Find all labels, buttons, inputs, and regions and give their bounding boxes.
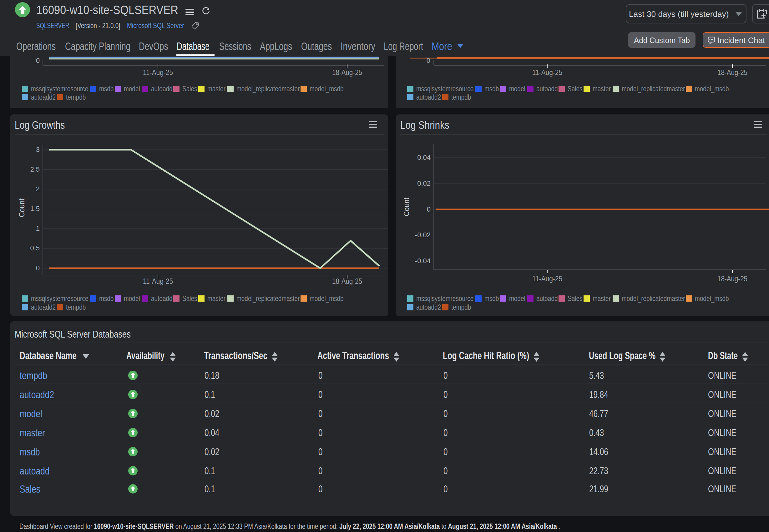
svg-text:11-Aug-25: 11-Aug-25 — [532, 68, 562, 77]
svg-text:0.5: 0.5 — [30, 244, 40, 252]
svg-text:0: 0 — [36, 264, 40, 272]
svg-text:Count: Count — [18, 198, 26, 217]
svg-text:0: 0 — [427, 205, 431, 213]
svg-text:0.02: 0.02 — [417, 179, 431, 187]
svg-text:1.5: 1.5 — [30, 205, 40, 213]
svg-text:18-Aug-25: 18-Aug-25 — [332, 277, 362, 285]
svg-text:0.04: 0.04 — [417, 153, 431, 161]
svg-text:2: 2 — [36, 185, 40, 193]
svg-text:18-Aug-25: 18-Aug-25 — [332, 68, 362, 77]
svg-text:3: 3 — [36, 146, 40, 153]
svg-text:Count: Count — [402, 198, 411, 216]
svg-text:0: 0 — [427, 57, 430, 64]
svg-text:11-Aug-25: 11-Aug-25 — [143, 68, 173, 77]
svg-text:18-Aug-25: 18-Aug-25 — [717, 274, 747, 283]
svg-text:18-Aug-25: 18-Aug-25 — [717, 68, 747, 77]
svg-text:1: 1 — [36, 224, 40, 232]
svg-text:2.5: 2.5 — [30, 165, 40, 173]
svg-text:11-Aug-25: 11-Aug-25 — [143, 277, 173, 285]
svg-text:11-Aug-25: 11-Aug-25 — [532, 274, 562, 283]
svg-text:-0.02: -0.02 — [415, 231, 431, 239]
svg-text:-0.04: -0.04 — [415, 257, 431, 265]
svg-text:0: 0 — [36, 57, 40, 64]
